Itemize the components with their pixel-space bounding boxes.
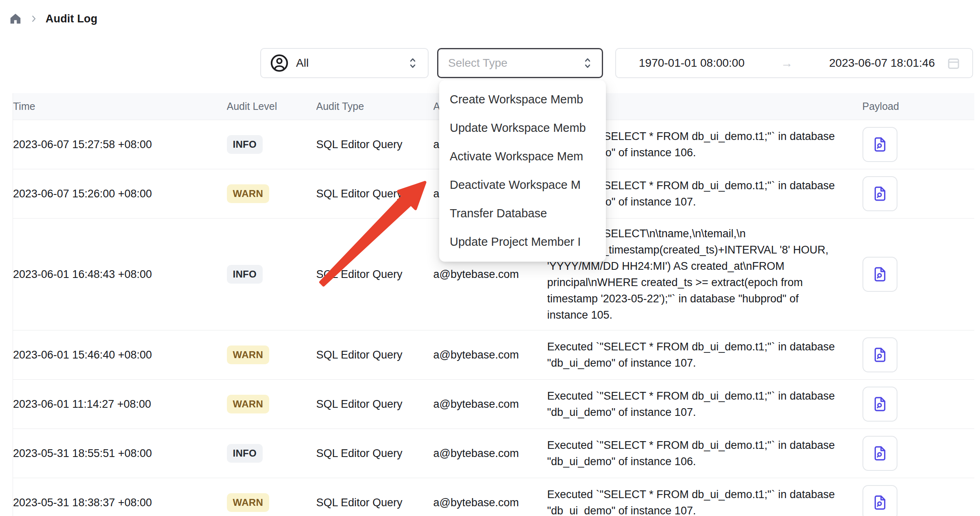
- cell-comment: Executed `"SELECT * FROM db_ui_demo.t1;"…: [547, 429, 862, 478]
- date-range-arrow-icon: →: [781, 56, 793, 70]
- file-search-icon: [872, 347, 888, 363]
- cell-type: SQL Editor Query: [316, 120, 433, 169]
- date-range-picker[interactable]: 1970-01-01 08:00:00 → 2023-06-07 18:01:4…: [615, 48, 973, 78]
- file-search-icon: [872, 396, 888, 412]
- view-payload-button[interactable]: [862, 387, 897, 422]
- cell-type: SQL Editor Query: [316, 169, 433, 219]
- select-chevrons-icon: [407, 56, 419, 70]
- cell-level: WARN: [227, 478, 316, 516]
- cell-level: INFO: [227, 120, 316, 169]
- cell-type: SQL Editor Query: [316, 219, 433, 330]
- audit-level-badge: WARN: [227, 395, 270, 414]
- type-select-dropdown: Create Workspace MembUpdate Workspace Me…: [439, 80, 606, 262]
- table-row: 2023-05-31 18:55:51 +08:00 INFO SQL Edit…: [13, 429, 974, 478]
- cell-payload: [862, 429, 974, 478]
- cell-time: 2023-05-31 18:38:37 +08:00: [13, 478, 227, 516]
- dropdown-option[interactable]: Transfer Database: [439, 199, 606, 227]
- table-row: 2023-06-01 11:14:27 +08:00 WARN SQL Edit…: [13, 380, 974, 429]
- audit-level-badge: INFO: [227, 444, 263, 463]
- page-title: Audit Log: [46, 13, 98, 25]
- cell-type: SQL Editor Query: [316, 478, 433, 516]
- col-header-level: Audit Level: [227, 93, 316, 120]
- view-payload-button[interactable]: [862, 337, 897, 372]
- user-filter-select[interactable]: All: [260, 48, 429, 78]
- cell-comment: Executed `"SELECT * FROM db_ui_demo.t1;"…: [547, 330, 862, 380]
- cell-comment: Executed `"SELECT * FROM db_ui_demo.t1;"…: [547, 478, 862, 516]
- cell-time: 2023-05-31 18:55:51 +08:00: [13, 429, 227, 478]
- cell-payload: [862, 330, 974, 380]
- table-row: 2023-05-31 18:38:37 +08:00 WARN SQL Edit…: [13, 478, 974, 516]
- cell-level: WARN: [227, 169, 316, 219]
- view-payload-button[interactable]: [862, 485, 897, 516]
- dropdown-option[interactable]: Update Workspace Memb: [439, 114, 606, 142]
- col-header-type: Audit Type: [316, 93, 433, 120]
- audit-level-badge: WARN: [227, 345, 270, 365]
- cell-actor: a@bytebase.com: [433, 429, 547, 478]
- dropdown-option[interactable]: Deactivate Workspace M: [439, 171, 606, 199]
- view-payload-button[interactable]: [862, 436, 897, 471]
- cell-actor: a@bytebase.com: [433, 478, 547, 516]
- cell-actor: a@bytebase.com: [433, 330, 547, 380]
- audit-level-badge: INFO: [227, 265, 263, 284]
- view-payload-button[interactable]: [862, 257, 897, 292]
- file-search-icon: [872, 266, 888, 282]
- audit-level-badge: WARN: [227, 493, 270, 512]
- user-filter-value: All: [296, 57, 407, 70]
- cell-time: 2023-06-01 16:48:43 +08:00: [13, 219, 227, 330]
- person-circle-icon: [270, 54, 289, 72]
- cell-time: 2023-06-07 15:26:00 +08:00: [13, 169, 227, 219]
- calendar-icon: [946, 56, 961, 70]
- cell-comment: Executed `"SELECT * FROM db_ui_demo.t1;"…: [547, 380, 862, 429]
- col-header-time: Time: [13, 93, 227, 120]
- breadcrumb: Audit Log: [9, 11, 98, 27]
- dropdown-option[interactable]: Create Workspace Memb: [439, 85, 606, 114]
- dropdown-option[interactable]: Update Project Member I: [439, 227, 606, 256]
- view-payload-button[interactable]: [862, 127, 897, 162]
- cell-type: SQL Editor Query: [316, 330, 433, 380]
- cell-level: WARN: [227, 330, 316, 380]
- file-search-icon: [872, 186, 888, 202]
- date-range-end[interactable]: 2023-06-07 18:01:46: [829, 57, 935, 70]
- col-header-payload: Payload: [862, 93, 974, 120]
- cell-type: SQL Editor Query: [316, 380, 433, 429]
- audit-level-badge: WARN: [227, 184, 270, 203]
- audit-level-badge: INFO: [227, 135, 263, 154]
- cell-payload: [862, 478, 974, 516]
- dropdown-option[interactable]: Activate Workspace Mem: [439, 142, 606, 171]
- cell-payload: [862, 380, 974, 429]
- table-row: 2023-06-01 15:46:40 +08:00 WARN SQL Edit…: [13, 330, 974, 380]
- cell-level: INFO: [227, 219, 316, 330]
- cell-level: WARN: [227, 380, 316, 429]
- type-filter-placeholder: Select Type: [448, 57, 581, 70]
- chevron-right-icon: [29, 14, 38, 23]
- date-range-start[interactable]: 1970-01-01 08:00:00: [639, 57, 745, 70]
- cell-payload: [862, 169, 974, 219]
- home-icon[interactable]: [9, 12, 22, 25]
- file-search-icon: [872, 445, 888, 461]
- select-chevrons-icon: [581, 56, 594, 70]
- cell-payload: [862, 219, 974, 330]
- cell-level: INFO: [227, 429, 316, 478]
- cell-type: SQL Editor Query: [316, 429, 433, 478]
- view-payload-button[interactable]: [862, 176, 897, 211]
- cell-actor: a@bytebase.com: [433, 380, 547, 429]
- type-filter-select[interactable]: Select Type: [437, 48, 603, 78]
- file-search-icon: [872, 494, 888, 511]
- file-search-icon: [872, 136, 888, 153]
- cell-time: 2023-06-07 15:27:58 +08:00: [13, 120, 227, 169]
- cell-payload: [862, 120, 974, 169]
- cell-time: 2023-06-01 15:46:40 +08:00: [13, 330, 227, 380]
- cell-time: 2023-06-01 11:14:27 +08:00: [13, 380, 227, 429]
